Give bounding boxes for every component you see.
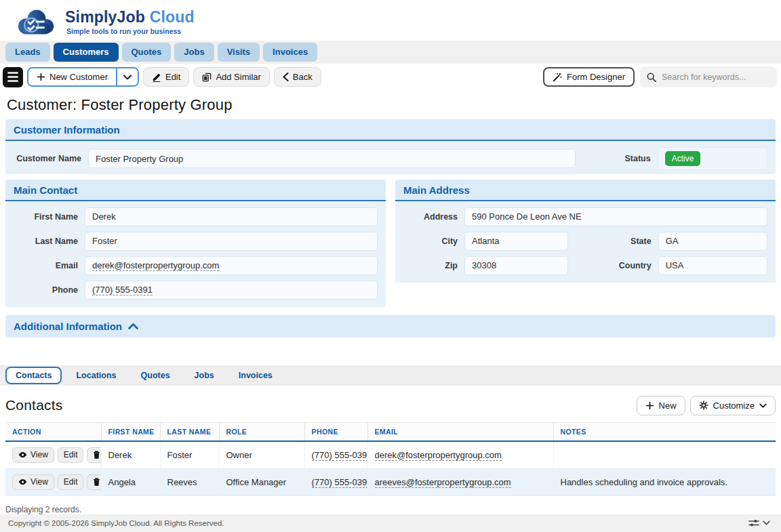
main-contact-body: First Name Derek Last Name Foster Email …: [5, 201, 386, 307]
contacts-list-header: Contacts New Customize: [5, 396, 776, 415]
contacts-table: ACTION FIRST NAME LAST NAME ROLE PHONE E…: [5, 422, 776, 496]
new-customer-button[interactable]: New Customer: [28, 68, 116, 85]
status-label: Status: [581, 154, 658, 163]
gear-icon: [699, 401, 708, 410]
footer-settings-toggle[interactable]: [748, 519, 770, 527]
cell-phone: (770) 555-0391: [304, 441, 367, 469]
records-summary: Displaying 2 records.: [5, 505, 776, 514]
nav-tab-leads[interactable]: Leads: [5, 43, 50, 62]
email-field: derek@fosterpropertygroup.com: [85, 256, 378, 275]
new-customer-label: New Customer: [49, 72, 108, 82]
customer-information-section: Customer Information Customer Name Foste…: [5, 119, 776, 174]
customer-name-label: Customer Name: [14, 154, 88, 163]
new-customer-split-button: New Customer: [27, 67, 139, 87]
new-contact-label: New: [659, 401, 677, 411]
app-header: SimplyJob Cloud Simple tools to run your…: [0, 0, 781, 41]
additional-information-title: Additional Information: [14, 321, 122, 332]
edit-row-button[interactable]: Edit: [58, 447, 84, 463]
nav-tab-visits[interactable]: Visits: [218, 43, 260, 62]
country-value: USA: [658, 256, 767, 275]
chevron-down-icon: [759, 403, 767, 408]
chevron-down-icon: [123, 75, 132, 80]
edit-row-button[interactable]: Edit: [58, 474, 84, 490]
email-link[interactable]: areeves@fosterpropertygroup.com: [375, 477, 511, 488]
column-header-phone: PHONE: [304, 422, 367, 441]
add-similar-label: Add Similar: [216, 72, 260, 82]
main-contact-title: Main Contact: [14, 184, 77, 196]
copyright-text: Copyright © 2005-2026 SimplyJob Cloud. A…: [8, 519, 224, 527]
trash-icon: [93, 451, 100, 459]
subtab-jobs[interactable]: Jobs: [184, 367, 224, 384]
additional-information-toggle[interactable]: Additional Information: [5, 315, 776, 337]
cell-first-name: Derek: [101, 441, 160, 469]
new-customer-dropdown-button[interactable]: [116, 68, 138, 85]
phone-field: (770) 555-0391: [85, 281, 378, 300]
trash-icon: [93, 478, 100, 486]
contact-row-derek: View Edit Del Derek Foster Owner (770) 5: [5, 441, 776, 469]
customer-information-header: Customer Information: [5, 119, 776, 141]
email-link[interactable]: derek@fosterpropertygroup.com: [375, 450, 502, 461]
related-records-tabs: Contacts Locations Quotes Jobs Invoices: [0, 365, 781, 386]
state-value: GA: [658, 232, 767, 251]
edit-button[interactable]: Edit: [143, 67, 189, 87]
main-nav: Leads Customers Quotes Jobs Visits Invoi…: [0, 41, 781, 64]
view-button[interactable]: View: [12, 474, 54, 490]
address-value: 590 Ponce De Leon Ave NE: [464, 207, 767, 226]
brand-name-primary: SimplyJob: [65, 8, 145, 26]
cell-first-name: Angela: [101, 468, 160, 495]
contact-address-columns: Main Contact First Name Derek Last Name …: [5, 180, 776, 307]
add-similar-button[interactable]: Add Similar: [193, 67, 269, 87]
nav-tab-invoices[interactable]: Invoices: [263, 43, 317, 62]
customize-button[interactable]: Customize: [690, 396, 776, 415]
search-input[interactable]: [662, 73, 763, 82]
column-header-last-name: LAST NAME: [160, 422, 219, 441]
row-action-cell: View Edit Del: [5, 441, 101, 469]
phone-label: Phone: [14, 285, 85, 295]
eye-icon: [18, 478, 27, 485]
first-name-label: First Name: [14, 212, 85, 222]
delete-button[interactable]: Del: [87, 474, 101, 490]
main-address-header: Main Address: [395, 180, 776, 201]
city-value: Atlanta: [464, 232, 568, 251]
status-field: Active: [658, 147, 767, 170]
magic-wand-icon: [553, 73, 562, 82]
first-name-value: Derek: [85, 207, 378, 226]
new-contact-button[interactable]: New: [637, 396, 685, 415]
view-button[interactable]: View: [12, 447, 54, 463]
customize-label: Customize: [713, 401, 755, 411]
sliders-icon: [748, 519, 759, 527]
brand-cloud-logo-icon: [15, 6, 57, 37]
chevron-down-icon: [763, 520, 770, 525]
plus-icon: [645, 401, 654, 410]
nav-tab-customers[interactable]: Customers: [54, 43, 119, 62]
subtab-locations[interactable]: Locations: [66, 367, 126, 384]
last-name-label: Last Name: [14, 237, 85, 246]
subtab-contacts[interactable]: Contacts: [5, 367, 62, 384]
phone-link[interactable]: (770) 555-0392: [312, 477, 368, 488]
subtab-invoices[interactable]: Invoices: [228, 367, 283, 384]
subtab-quotes[interactable]: Quotes: [131, 367, 180, 384]
keyword-search: [640, 66, 777, 87]
nav-tab-jobs[interactable]: Jobs: [174, 43, 214, 62]
form-designer-button[interactable]: Form Designer: [543, 67, 635, 87]
form-designer-label: Form Designer: [567, 72, 625, 82]
edit-pencil-icon: [152, 73, 161, 82]
email-link[interactable]: derek@fosterpropertygroup.com: [92, 260, 219, 271]
status-badge: Active: [665, 151, 701, 166]
phone-link[interactable]: (770) 555-0391: [312, 450, 368, 461]
delete-button[interactable]: Del: [87, 447, 101, 463]
page-title: Customer: Foster Property Group: [7, 96, 781, 114]
customer-information-title: Customer Information: [14, 124, 120, 136]
plus-icon: [37, 73, 45, 81]
last-name-value: Foster: [85, 232, 378, 251]
brand-tagline: Simple tools to run your business: [65, 27, 195, 35]
column-header-notes: NOTES: [553, 422, 776, 441]
cell-last-name: Foster: [160, 441, 219, 469]
main-address-section: Main Address Address 590 Ponce De Leon A…: [395, 180, 776, 307]
nav-tab-quotes[interactable]: Quotes: [122, 43, 172, 62]
chevron-up-icon: [128, 323, 138, 329]
back-button[interactable]: Back: [274, 67, 321, 87]
hamburger-menu-button[interactable]: [3, 67, 23, 87]
city-label: City: [403, 237, 464, 246]
phone-link[interactable]: (770) 555-0391: [92, 285, 153, 295]
